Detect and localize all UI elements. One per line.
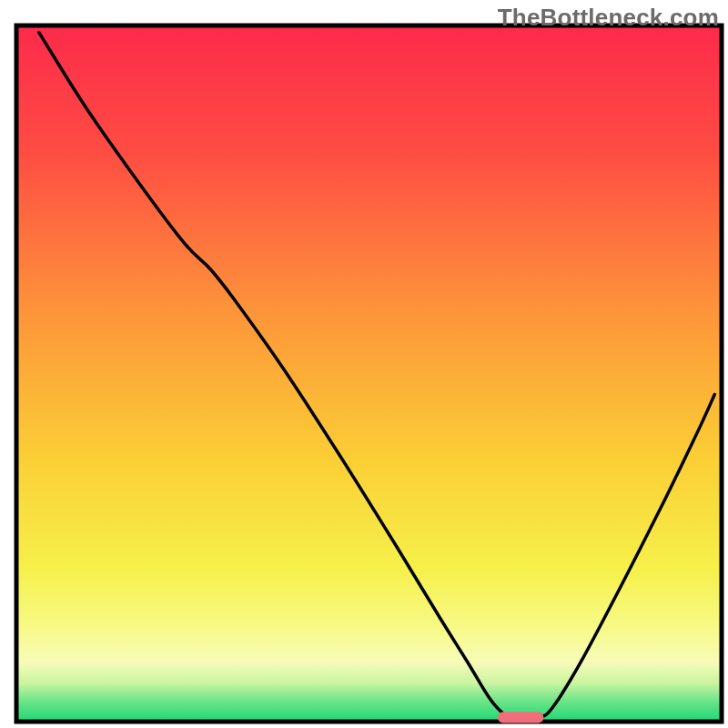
chart-background (16, 25, 722, 722)
chart-stage: TheBottleneck.com (0, 0, 728, 728)
watermark-text: TheBottleneck.com (498, 4, 719, 32)
bottleneck-chart (0, 0, 728, 728)
optimum-marker (498, 712, 543, 723)
